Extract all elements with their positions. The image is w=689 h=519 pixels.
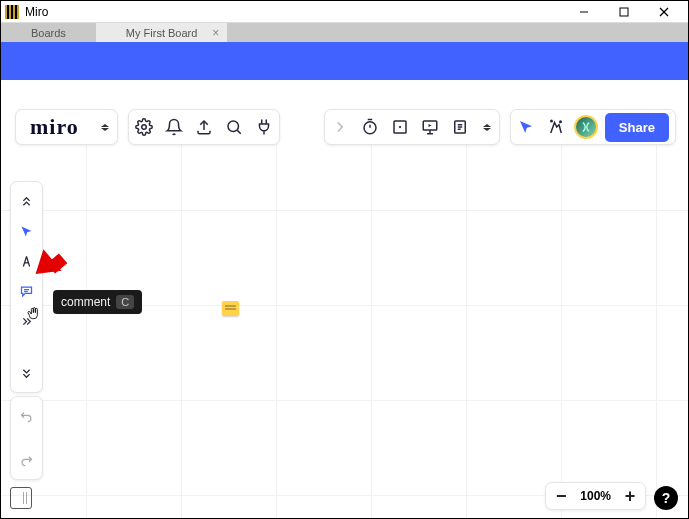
redo-button[interactable] xyxy=(10,445,43,475)
frame-icon[interactable] xyxy=(385,109,415,145)
svg-line-7 xyxy=(237,130,240,133)
settings-icon[interactable] xyxy=(129,109,159,145)
timer-icon[interactable] xyxy=(355,109,385,145)
share-button[interactable]: Share xyxy=(605,113,669,142)
comment-tool[interactable] xyxy=(10,276,43,306)
help-button[interactable]: ? xyxy=(654,486,678,510)
select-tool[interactable] xyxy=(10,216,43,246)
svg-point-6 xyxy=(228,121,239,132)
cursor-icon[interactable] xyxy=(511,109,541,145)
avatar[interactable] xyxy=(571,109,601,145)
view-controls xyxy=(324,109,500,145)
svg-point-4 xyxy=(142,125,147,130)
window-title: Miro xyxy=(25,5,564,19)
app-icon xyxy=(5,5,19,19)
close-window-button[interactable] xyxy=(644,1,684,23)
zoom-in-button[interactable]: + xyxy=(619,486,641,507)
tab-my-first-board[interactable]: My First Board × xyxy=(96,23,228,42)
reactions-icon[interactable] xyxy=(541,109,571,145)
note-list-icon[interactable] xyxy=(445,109,475,145)
window-titlebar: Miro xyxy=(1,1,688,23)
tab-label: Boards xyxy=(31,27,66,39)
expand-icon[interactable] xyxy=(10,306,43,336)
tooltip-label: comment xyxy=(61,295,110,309)
svg-point-12 xyxy=(399,126,401,128)
more-tools-icon[interactable] xyxy=(10,358,43,388)
zoom-level[interactable]: 100% xyxy=(576,489,615,503)
board-menu-toggle[interactable] xyxy=(93,124,117,131)
view-more-toggle[interactable] xyxy=(475,124,499,131)
zoom-out-button[interactable]: − xyxy=(550,486,572,507)
svg-marker-16 xyxy=(428,124,431,127)
undo-button[interactable] xyxy=(10,401,43,431)
tab-bar: Boards My First Board × xyxy=(1,23,688,42)
left-toolbar xyxy=(10,181,43,393)
top-toolbar: miro Share xyxy=(15,109,676,145)
collab-panel: Share xyxy=(510,109,676,145)
collapse-icon[interactable] xyxy=(10,186,43,216)
svg-point-22 xyxy=(560,121,562,123)
search-icon[interactable] xyxy=(219,109,249,145)
notifications-icon[interactable] xyxy=(159,109,189,145)
minimize-button[interactable] xyxy=(564,1,604,23)
close-tab-icon[interactable]: × xyxy=(212,26,219,40)
notes-panel-button[interactable] xyxy=(10,487,32,509)
tab-boards[interactable]: Boards xyxy=(1,23,96,42)
board-menu: miro xyxy=(15,109,118,145)
tooltip-shortcut: C xyxy=(116,295,134,309)
sticky-note[interactable] xyxy=(222,301,239,316)
miro-logo[interactable]: miro xyxy=(16,114,93,140)
tooltip-comment: comment C xyxy=(53,290,142,314)
canvas[interactable] xyxy=(1,145,688,518)
top-actions xyxy=(128,109,280,145)
history-panel xyxy=(10,396,43,480)
export-icon[interactable] xyxy=(189,109,219,145)
zoom-panel: − 100% + xyxy=(545,482,646,510)
maximize-button[interactable] xyxy=(604,1,644,23)
svg-point-21 xyxy=(551,120,553,122)
plug-icon[interactable] xyxy=(249,109,279,145)
svg-rect-1 xyxy=(620,8,628,16)
chevron-right-icon[interactable] xyxy=(325,109,355,145)
text-tool[interactable] xyxy=(10,246,43,276)
tab-label: My First Board xyxy=(126,27,198,39)
presentation-icon[interactable] xyxy=(415,109,445,145)
banner xyxy=(1,42,688,80)
